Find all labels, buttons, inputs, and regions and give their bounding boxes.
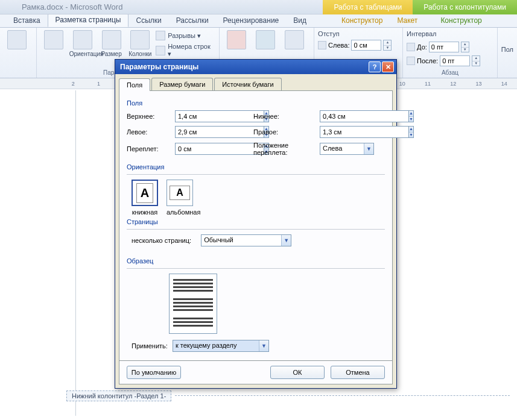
- dialog-help-button[interactable]: ?: [369, 61, 381, 72]
- tab-header-design[interactable]: Конструктор: [433, 14, 489, 27]
- window-title: Рамка.docx - Microsoft Word: [22, 2, 122, 11]
- dialog-tab-paper-source[interactable]: Источник бумаги: [214, 78, 281, 90]
- themes-button[interactable]: [4, 29, 30, 51]
- footer-section-tab[interactable]: Нижний колонтитул -Раздел 1-: [66, 390, 171, 401]
- margins-button[interactable]: [40, 29, 67, 51]
- tab-insert[interactable]: Вставка: [6, 14, 48, 27]
- position-cut-label: Пол: [501, 46, 513, 53]
- breaks-button[interactable]: Разрывы ▾: [156, 30, 215, 41]
- indent-left-label: Слева:: [328, 42, 349, 49]
- multiple-pages-value: Обычный: [201, 235, 281, 246]
- size-button[interactable]: Размер: [98, 29, 125, 57]
- orientation-portrait-button[interactable]: книжная: [132, 180, 158, 216]
- dialog-close-button[interactable]: ✕: [382, 61, 394, 72]
- group-spacing: Интервал До: ▲▼ После: ▲▼ Абзац: [403, 28, 498, 78]
- chevron-down-icon[interactable]: ▼: [281, 235, 291, 246]
- chevron-down-icon[interactable]: ▼: [364, 143, 373, 154]
- spacing-before-label: До:: [417, 43, 427, 51]
- section-fields-label: Поля: [127, 99, 385, 107]
- dialog-tab-paper-size[interactable]: Размер бумаги: [151, 78, 213, 90]
- columns-button[interactable]: Колонки: [127, 29, 153, 57]
- left-margin-label: Левое:: [127, 128, 175, 136]
- group-label-paragraph: Абзац: [407, 68, 493, 77]
- multiple-pages-label: несколько страниц:: [132, 237, 191, 244]
- ribbon-tab-row: Вставка Разметка страницы Ссылки Рассылк…: [0, 14, 517, 28]
- spacing-before-input[interactable]: [429, 42, 459, 52]
- spacing-label: Интервал: [407, 29, 493, 40]
- top-margin-spinbox[interactable]: ▲▼: [175, 110, 229, 122]
- cancel-button[interactable]: Отмена: [331, 366, 385, 379]
- group-themes: [0, 28, 37, 78]
- dialog-tab-fields[interactable]: Поля: [119, 78, 150, 91]
- section-preview-label: Образец: [127, 257, 385, 265]
- gutter-position-label: Положение переплета:: [235, 142, 320, 156]
- contextual-tab-strip: Работа с таблицами Работа с колонтитулам…: [323, 0, 517, 14]
- gutter-position-combo[interactable]: Слева ▼: [320, 143, 374, 155]
- bottom-margin-spinbox[interactable]: ▲▼: [320, 110, 374, 122]
- gutter-label: Переплет:: [127, 145, 175, 152]
- orientation-button[interactable]: Ориентация: [69, 29, 96, 57]
- spacing-after-icon: [407, 57, 415, 65]
- right-margin-spinbox[interactable]: ▲▼: [320, 126, 374, 138]
- group-position-cut: Пол: [498, 28, 517, 78]
- left-margin-spinbox[interactable]: ▲▼: [175, 126, 229, 138]
- spacing-after-spinner[interactable]: ▲▼: [472, 55, 480, 66]
- landscape-icon: [167, 180, 193, 206]
- indent-left-icon: [318, 41, 326, 49]
- indent-left-spinner[interactable]: ▲▼: [383, 40, 392, 51]
- page-setup-dialog: Параметры страницы ? ✕ Поля Размер бумаг…: [115, 59, 397, 389]
- divider: [127, 174, 385, 175]
- top-margin-label: Верхнее:: [127, 113, 175, 120]
- portrait-icon: [132, 180, 158, 206]
- tab-table-design[interactable]: Конструктор: [334, 14, 390, 27]
- bottom-margin-label: Нижнее:: [235, 113, 320, 120]
- right-margin-label: Правое:: [235, 128, 320, 136]
- dialog-tab-row: Поля Размер бумаги Источник бумаги: [115, 74, 396, 90]
- tab-view[interactable]: Вид: [286, 14, 314, 27]
- footer-dashed-line: [175, 395, 510, 396]
- tab-table-layout[interactable]: Макет: [390, 14, 425, 27]
- indent-left-input[interactable]: [351, 40, 381, 51]
- tab-page-layout[interactable]: Разметка страницы: [48, 13, 129, 27]
- spacing-after-label: После:: [417, 57, 438, 64]
- chevron-down-icon[interactable]: ▼: [259, 340, 268, 351]
- right-margin-input[interactable]: [320, 126, 409, 138]
- dialog-title-text: Параметры страницы: [120, 63, 198, 71]
- watermark-button[interactable]: [223, 29, 250, 51]
- ok-button[interactable]: ОК: [270, 366, 325, 379]
- tab-review[interactable]: Рецензирование: [216, 14, 287, 27]
- gutter-spinbox[interactable]: ▲▼: [175, 143, 229, 155]
- spacing-before-spinner[interactable]: ▲▼: [461, 42, 469, 52]
- divider: [127, 268, 385, 269]
- dialog-button-row: По умолчанию ОК Отмена: [119, 361, 393, 384]
- orientation-landscape-button[interactable]: альбомная: [167, 180, 200, 216]
- apply-to-value: к текущему разделу: [173, 340, 259, 351]
- page-borders-button[interactable]: [281, 29, 308, 51]
- multiple-pages-combo[interactable]: Обычный ▼: [201, 234, 291, 246]
- bottom-margin-input[interactable]: [320, 110, 409, 122]
- gutter-position-value: Слева: [320, 143, 364, 154]
- window-titlebar: Рамка.docx - Microsoft Word Работа с таб…: [0, 0, 517, 14]
- line-numbers-button[interactable]: Номера строк ▾: [156, 42, 215, 58]
- contextual-tab-tables: Работа с таблицами: [323, 0, 413, 14]
- apply-to-label: Применить:: [132, 342, 168, 349]
- contextual-tab-headers: Работа с колонтитулами: [413, 0, 517, 14]
- tab-references[interactable]: Ссылки: [128, 14, 168, 27]
- spacing-before-icon: [407, 43, 415, 51]
- dialog-body: Поля Верхнее: ▲▼ Нижнее: ▲▼ Левое: ▲▼ Пр…: [119, 90, 393, 361]
- section-orientation-label: Ориентация: [127, 163, 385, 171]
- page-color-button[interactable]: [252, 29, 279, 51]
- tab-mailings[interactable]: Рассылки: [169, 14, 216, 27]
- spacing-after-input[interactable]: [440, 55, 470, 66]
- page-preview: [169, 274, 217, 334]
- apply-to-combo[interactable]: к текущему разделу ▼: [173, 340, 269, 352]
- indent-label: Отступ: [318, 29, 399, 40]
- divider: [127, 229, 385, 230]
- section-pages-label: Страницы: [127, 218, 385, 225]
- default-button[interactable]: По умолчанию: [127, 366, 181, 379]
- margins-grid: Верхнее: ▲▼ Нижнее: ▲▼ Левое: ▲▼ Правое:…: [127, 110, 385, 156]
- dialog-titlebar[interactable]: Параметры страницы ? ✕: [115, 60, 396, 74]
